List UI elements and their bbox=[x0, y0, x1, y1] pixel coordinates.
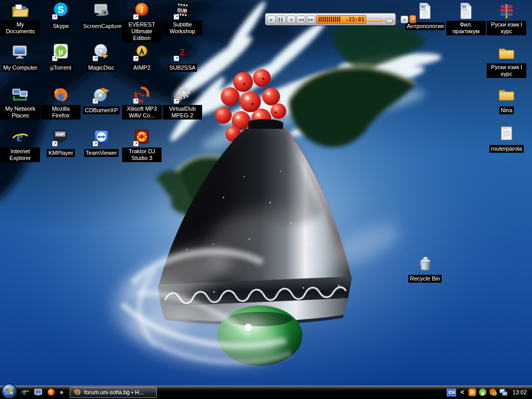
tray-utorrent-icon[interactable]: µ bbox=[478, 388, 487, 396]
player-volume-knob[interactable] bbox=[386, 19, 393, 23]
quicklaunch-everest[interactable]: i bbox=[46, 388, 56, 397]
icon-label: Mozilla Firefox bbox=[41, 105, 81, 119]
desktop-icon-fil-praktikum[interactable]: W Фил. практикум bbox=[446, 2, 486, 35]
desktop-icon-kmplayer[interactable]: KMP ↗ KMPlayer bbox=[41, 129, 81, 157]
svg-text:i: i bbox=[141, 5, 143, 15]
aimp2-mini-player: ▶ ▌▌ ■ ◀◀ ▶▶ -23:03 VOLUME ▲ ↗ bbox=[265, 13, 396, 25]
sub2ssa-icon: S 2 S ↗ bbox=[174, 44, 191, 61]
svg-text:e: e bbox=[23, 388, 26, 396]
xilisoft-icon: ↗ bbox=[133, 86, 151, 104]
desktop-icon-internet-explorer[interactable]: e Internet Explorer bbox=[0, 129, 41, 162]
icon-label: AIMP2 bbox=[131, 64, 152, 72]
winrar-archive-icon bbox=[498, 2, 515, 20]
icon-label: MagicDisc bbox=[87, 64, 116, 72]
shortcut-arrow-icon: ↗ bbox=[92, 98, 98, 104]
desktop-icon-my-network-places[interactable]: My Network Places bbox=[0, 86, 41, 119]
desktop-icon-teamviewer[interactable]: ↗ TeamViewer bbox=[81, 129, 122, 157]
taskbar-task-firefox[interactable]: forum.uni-sofia.bg • H... bbox=[70, 387, 157, 398]
icon-label: TeamViewer bbox=[84, 149, 118, 157]
svg-text:µ: µ bbox=[59, 47, 63, 56]
player-volume-end bbox=[396, 20, 399, 23]
desktop-icon-routerparola[interactable]: routerparola bbox=[486, 125, 527, 153]
shortcut-arrow-icon: ↗ bbox=[92, 56, 98, 61]
player-eject-button[interactable]: ▲ bbox=[401, 16, 408, 23]
start-button[interactable] bbox=[1, 383, 18, 399]
player-previous-button[interactable]: ◀◀ bbox=[297, 16, 305, 23]
icon-label: routerparola bbox=[489, 145, 523, 153]
text-file-icon bbox=[498, 125, 515, 142]
player-time: -23:03 bbox=[342, 17, 364, 22]
svg-text:W: W bbox=[462, 4, 467, 9]
desktop-icon-xilisoft[interactable]: ↗ Xilisoft MP3 WAV Co... bbox=[122, 86, 162, 119]
tray-aimp-icon[interactable] bbox=[468, 388, 476, 396]
folder-icon bbox=[498, 45, 515, 62]
quicklaunch-show-desktop[interactable] bbox=[33, 388, 43, 397]
traktor-icon: ↗ bbox=[133, 129, 151, 147]
icon-label: KMPlayer bbox=[47, 149, 75, 157]
desktop: My Documents S ↗ Skype ScreenCapture i ↗… bbox=[0, 0, 532, 399]
language-indicator[interactable]: EN bbox=[447, 389, 456, 396]
svg-text:e: e bbox=[17, 129, 23, 144]
taskbar-clock[interactable]: 13:02 bbox=[512, 389, 527, 395]
icon-label: Internet Explorer bbox=[1, 148, 40, 162]
desktop-icon-my-computer[interactable]: My Computer bbox=[0, 44, 41, 72]
desktop-icon-mozilla-firefox[interactable]: Mozilla Firefox bbox=[41, 86, 81, 119]
quicklaunch-more-chevron[interactable]: » bbox=[60, 389, 63, 396]
desktop-icon-skype[interactable]: S ↗ Skype bbox=[41, 2, 81, 30]
utorrent-icon: µ ↗ bbox=[52, 44, 70, 61]
icon-label: Nina bbox=[499, 107, 514, 114]
word-document-icon: W bbox=[416, 2, 434, 20]
desktop-icon-nina-folder[interactable]: Nina bbox=[486, 86, 527, 114]
svg-text:1: 1 bbox=[494, 392, 496, 395]
desktop-icon-traktor[interactable]: ↗ Traktor DJ Studio 3 bbox=[122, 129, 162, 162]
my-computer-icon bbox=[11, 44, 29, 61]
player-play-button[interactable]: ▶ bbox=[267, 16, 276, 23]
desktop-icon-recycle-bin[interactable]: Recycle Bin bbox=[405, 255, 445, 283]
icon-label: µTorrent bbox=[49, 64, 73, 72]
firefox-icon bbox=[52, 86, 70, 104]
desktop-icon-subtitle-workshop[interactable]: SUB ↗ Subtitle Workshop bbox=[162, 2, 203, 35]
quicklaunch-internet-explorer[interactable]: e bbox=[20, 388, 30, 397]
virtualdub-gears-icon: ↗ bbox=[174, 86, 191, 104]
player-pause-button[interactable]: ▌▌ bbox=[277, 16, 286, 23]
desktop-icon-screencapture[interactable]: ScreenCapture bbox=[81, 2, 122, 30]
icon-label: SUB2SSA bbox=[168, 64, 197, 72]
shortcut-arrow-icon: ↗ bbox=[174, 14, 179, 20]
recycle-bin-icon bbox=[416, 255, 434, 272]
teamviewer-icon: ↗ bbox=[92, 129, 110, 147]
shortcut-arrow-icon: ↗ bbox=[92, 141, 98, 147]
folder-icon bbox=[498, 86, 515, 104]
shortcut-arrow-icon: ↗ bbox=[174, 56, 179, 61]
svg-text:µ: µ bbox=[482, 390, 484, 395]
tray-network-icon[interactable] bbox=[499, 388, 508, 396]
shortcut-arrow-icon: ↗ bbox=[133, 14, 139, 20]
icon-label: Subtitle Workshop bbox=[163, 21, 202, 35]
icon-label: EVEREST Ultimate Edition bbox=[122, 21, 162, 42]
icon-label: My Documents bbox=[1, 21, 40, 35]
tray-download-badge-icon[interactable]: 1 bbox=[489, 388, 497, 396]
shortcut-arrow-icon: ↗ bbox=[133, 141, 139, 147]
icon-label: Фил. практикум bbox=[446, 21, 486, 35]
desktop-icon-magicdisc[interactable]: ↗ MagicDisc bbox=[81, 44, 122, 72]
svg-text:KMP: KMP bbox=[56, 132, 64, 136]
taskbar: e i » forum.uni-sofia.bg • H... EN < µ bbox=[0, 385, 532, 399]
desktop-icon-aimp2[interactable]: ↗ AIMP2 bbox=[122, 44, 162, 72]
desktop-icon-ruski-ezik-folder[interactable]: Руски език I курс bbox=[486, 45, 527, 78]
player-volume-section: VOLUME bbox=[367, 15, 400, 24]
desktop-icon-my-documents[interactable]: My Documents bbox=[0, 2, 41, 35]
shortcut-arrow-icon: ↗ bbox=[52, 141, 58, 147]
desktop-icon-cdburnerxp[interactable]: ↗ CDBurnerXP bbox=[81, 86, 122, 114]
desktop-icon-ruski-ezik-rar[interactable]: Руски език I курс bbox=[486, 2, 527, 35]
desktop-icon-everest[interactable]: i ↗ EVEREST Ultimate Edition bbox=[122, 2, 162, 42]
desktop-icon-sub2ssa[interactable]: S 2 S ↗ SUB2SSA bbox=[162, 44, 203, 72]
shortcut-arrow-icon: ↗ bbox=[52, 56, 58, 61]
desktop-icon-utorrent[interactable]: µ ↗ µTorrent bbox=[41, 44, 81, 72]
icon-label: VirtualDub MPEG-2 bbox=[163, 105, 202, 119]
word-document-icon: W bbox=[457, 2, 475, 20]
desktop-icon-virtualdub[interactable]: ↗ VirtualDub MPEG-2 bbox=[162, 86, 203, 119]
player-expand-button[interactable]: ↗ bbox=[409, 15, 416, 23]
player-stop-button[interactable]: ■ bbox=[287, 16, 296, 23]
tray-collapse-chevron[interactable]: < bbox=[460, 389, 464, 396]
icon-label: My Computer bbox=[2, 64, 39, 72]
player-next-button[interactable]: ▶▶ bbox=[307, 16, 315, 23]
